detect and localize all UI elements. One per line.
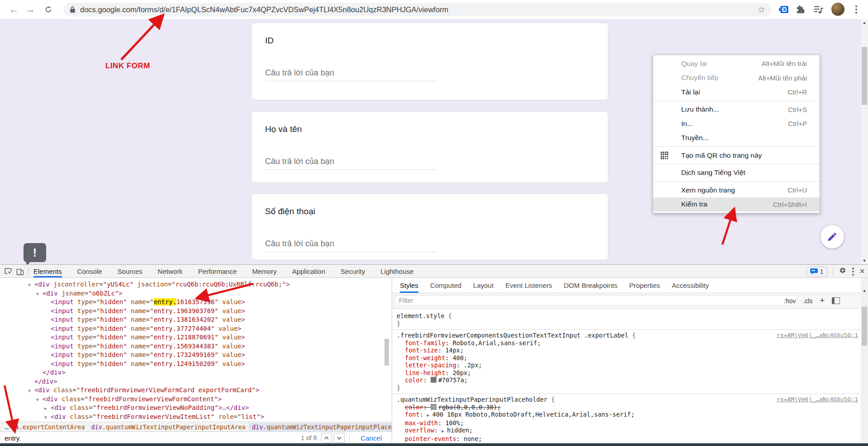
breadcrumb-item[interactable]: … bbox=[2, 423, 12, 431]
styles-tab-computed[interactable]: Computed bbox=[430, 278, 461, 293]
dom-tree-line[interactable]: <input type="hidden" name="entry.1732499… bbox=[0, 351, 384, 360]
report-abuse-icon[interactable]: ! bbox=[24, 243, 46, 262]
css-property[interactable]: font-size: 14px; bbox=[397, 347, 858, 354]
bookmark-star-icon[interactable]: ☆ bbox=[758, 5, 765, 15]
css-property[interactable]: max-width: 100%; bbox=[397, 419, 858, 427]
back-icon[interactable]: ← bbox=[7, 3, 21, 16]
dom-tree-line[interactable]: <input type="hidden" name="entry.1963903… bbox=[0, 307, 384, 316]
browser-menu-icon[interactable] bbox=[850, 4, 862, 15]
css-selector[interactable]: element.style bbox=[397, 312, 445, 319]
context-menu-item[interactable]: Kiểm traCtrl+Shift+I bbox=[653, 197, 820, 212]
css-property[interactable]: color: #70757a; bbox=[397, 376, 858, 384]
context-menu-item[interactable]: Tải lạiCtrl+R bbox=[653, 85, 820, 99]
tab-sources[interactable]: Sources bbox=[118, 265, 142, 277]
dom-tree-line[interactable]: ▼<div class="freebirdFormviewerViewFormC… bbox=[0, 386, 384, 395]
tab-console[interactable]: Console bbox=[77, 265, 102, 277]
dom-tree-line[interactable]: ▼<div class="freebirdFormviewerViewFormC… bbox=[0, 395, 384, 404]
css-property[interactable]: font-family: Roboto,Arial,sans-serif; bbox=[397, 339, 858, 347]
color-swatch-icon[interactable] bbox=[431, 404, 436, 410]
css-property[interactable]: font-weight: 400; bbox=[397, 354, 858, 362]
context-menu-item[interactable]: Chuyển tiếpAlt+Mũi tên phải bbox=[653, 71, 820, 85]
expand-arrow-icon[interactable]: ▶ bbox=[441, 428, 447, 433]
expand-arrow-icon[interactable]: ▼ bbox=[28, 281, 34, 290]
styles-tab-styles[interactable]: Styles bbox=[400, 278, 418, 293]
context-menu-item[interactable]: Lưu thành...Ctrl+S bbox=[653, 103, 820, 117]
css-property[interactable]: font: ▶ 400 16px Roboto,RobotoDraft,Helv… bbox=[397, 411, 858, 419]
styles-scrollbar-thumb[interactable] bbox=[862, 307, 867, 346]
cls-toggle[interactable]: .cls bbox=[803, 297, 812, 305]
tab-memory[interactable]: Memory bbox=[252, 265, 277, 277]
dom-tree-line[interactable]: <input type="hidden" name="entry.1218870… bbox=[0, 333, 384, 342]
scroll-up-icon[interactable]: ▲ bbox=[861, 287, 868, 294]
stylesheet-link[interactable]: rs=AMjVe6j_…aNc4QXu5Q:1 bbox=[777, 396, 858, 403]
answer-input[interactable]: Câu trả lời của bạn bbox=[265, 65, 437, 81]
breadcrumb-item[interactable]: div.quantumWizTextinputPaperinputPlaceho… bbox=[249, 423, 392, 431]
hov-toggle[interactable]: :hov bbox=[784, 297, 796, 305]
tab-performance[interactable]: Performance bbox=[198, 265, 237, 277]
context-menu-item[interactable]: In...Ctrl+P bbox=[653, 117, 820, 131]
issues-badge[interactable]: 1 bbox=[806, 267, 827, 277]
search-next-button[interactable] bbox=[334, 433, 345, 443]
dom-tree-line[interactable]: <input type="hidden" name="entry.1381634… bbox=[0, 315, 384, 324]
search-input[interactable] bbox=[4, 434, 301, 442]
answer-input[interactable]: Câu trả lời của bạn bbox=[265, 235, 437, 252]
edit-fab-button[interactable] bbox=[821, 225, 844, 249]
new-style-rule-button[interactable]: + bbox=[820, 296, 825, 305]
reload-icon[interactable] bbox=[42, 3, 55, 16]
search-cancel-button[interactable]: Cancel bbox=[360, 434, 382, 442]
styles-tab-accessibility[interactable]: Accessibility bbox=[672, 278, 709, 293]
expand-arrow-icon[interactable]: ▼ bbox=[28, 386, 34, 395]
css-property[interactable]: letter-spacing: .2px; bbox=[397, 361, 858, 369]
expand-arrow-icon[interactable]: ▼ bbox=[36, 395, 43, 404]
expand-arrow-icon[interactable]: ▼ bbox=[44, 413, 51, 422]
devtools-menu-icon[interactable] bbox=[852, 268, 854, 276]
styles-tab-dom-breakpoints[interactable]: DOM Breakpoints bbox=[564, 278, 617, 293]
dom-tree-line[interactable]: <input type="hidden" name="entry.1569344… bbox=[0, 342, 384, 351]
expand-arrow-icon[interactable]: ▶ bbox=[44, 404, 51, 413]
styles-tab-layout[interactable]: Layout bbox=[473, 278, 493, 293]
elements-scrollbar[interactable] bbox=[384, 278, 389, 422]
search-prev-button[interactable] bbox=[321, 433, 332, 443]
tab-elements[interactable]: Elements bbox=[33, 265, 62, 277]
context-menu-item[interactable]: Xem nguồn trangCtrl+U bbox=[653, 183, 820, 197]
extensions-puzzle-icon[interactable] bbox=[795, 4, 806, 15]
styles-tab-properties[interactable]: Properties bbox=[629, 278, 660, 293]
tab-lighthouse[interactable]: Lighthouse bbox=[380, 265, 413, 277]
media-queue-icon[interactable] bbox=[812, 4, 824, 15]
scroll-up-icon[interactable]: ▲ bbox=[861, 19, 868, 26]
dom-tree-line[interactable]: </div> bbox=[0, 368, 384, 377]
inspect-element-icon[interactable] bbox=[3, 266, 14, 277]
tab-network[interactable]: Network bbox=[158, 265, 183, 277]
styles-tab-event-listeners[interactable]: Event Listeners bbox=[505, 278, 552, 293]
tab-security[interactable]: Security bbox=[341, 265, 365, 277]
expand-arrow-icon[interactable]: ▼ bbox=[36, 290, 43, 299]
page-scrollbar-thumb[interactable] bbox=[862, 47, 867, 105]
styles-scrollbar[interactable]: ▲ bbox=[861, 278, 868, 446]
stylesheet-link[interactable]: rs=AMjVe6j_…aNc4QXu5Q:1 bbox=[777, 332, 858, 338]
css-selector[interactable]: .freebirdFormviewerComponentsQuestionTex… bbox=[397, 332, 628, 339]
dom-tree-line[interactable]: ▼<div jscontroller="yUS4Lc" jsaction="rc… bbox=[0, 280, 384, 289]
dom-tree-line[interactable]: ▼<div class="freebirdFormviewerViewItemL… bbox=[0, 413, 384, 422]
answer-input[interactable]: Câu trả lời của bạn bbox=[265, 153, 437, 170]
dom-tree-line[interactable]: ▼<div jsname="o6bZLc"> bbox=[0, 289, 384, 298]
device-toolbar-icon[interactable] bbox=[14, 266, 25, 277]
css-property[interactable]: pointer-events: none; bbox=[397, 435, 858, 443]
context-menu-item[interactable]: Quay lạiAlt+Mũi tên trái bbox=[653, 56, 820, 71]
dom-tree-line[interactable]: <input type="hidden" name="entry.1616357… bbox=[0, 298, 384, 307]
color-swatch-icon[interactable] bbox=[431, 377, 436, 383]
address-bar[interactable]: docs.google.com/forms/d/e/1FAIpQLScN4wAb… bbox=[63, 3, 772, 16]
devtools-settings-gear-icon[interactable] bbox=[839, 267, 847, 277]
dom-tree-line[interactable]: <input type="hidden" name="entry.3772744… bbox=[0, 324, 384, 333]
avatar[interactable] bbox=[831, 3, 844, 16]
forward-icon[interactable]: → bbox=[24, 3, 37, 16]
css-property[interactable]: color: rgba(0,0,0,0.38); bbox=[397, 404, 858, 411]
css-selector[interactable]: .quantumWizTextinputPaperinputPlaceholde… bbox=[397, 396, 547, 403]
context-menu-item[interactable]: Dịch sang Tiếng Việt bbox=[653, 166, 820, 180]
tab-application[interactable]: Application bbox=[292, 265, 325, 277]
devtools-close-icon[interactable]: ✕ bbox=[859, 267, 865, 276]
expand-arrow-icon[interactable]: ▶ bbox=[427, 413, 432, 418]
dom-tree-line[interactable]: </div> bbox=[0, 377, 384, 386]
styles-filter-input[interactable] bbox=[395, 295, 797, 305]
css-property[interactable]: line-height: 20px; bbox=[397, 369, 858, 377]
dom-tree-line[interactable]: ▶<div class="freebirdFormviewerViewNoPad… bbox=[0, 404, 384, 413]
